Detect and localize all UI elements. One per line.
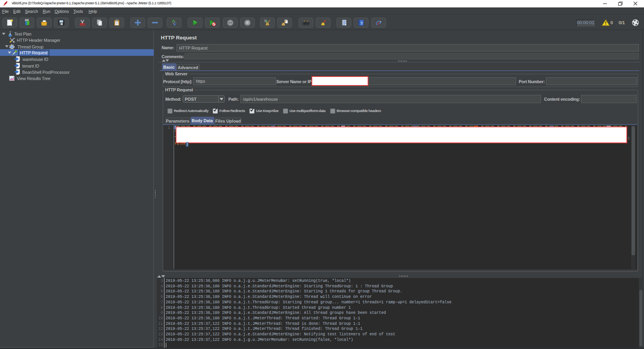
svg-text:STOP: STOP xyxy=(228,22,233,24)
svg-text:?: ? xyxy=(361,20,363,25)
